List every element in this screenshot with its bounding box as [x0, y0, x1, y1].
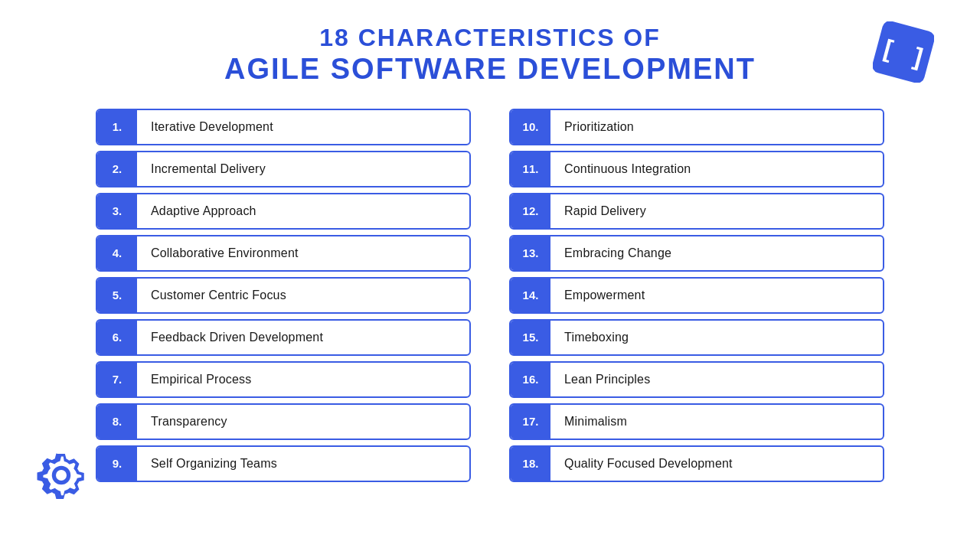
title-line1: 18 CHARACTERISTICS OF — [224, 23, 756, 52]
item-label: Rapid Delivery — [550, 204, 660, 218]
item-label: Prioritization — [550, 120, 648, 134]
item-number: 17. — [511, 405, 550, 439]
list-item: 13. Embracing Change — [509, 235, 884, 272]
list-item: 7. Empirical Process — [96, 361, 471, 398]
item-number: 1. — [97, 110, 137, 144]
item-label: Adaptive Approach — [137, 204, 270, 218]
item-number: 8. — [97, 405, 137, 439]
item-label: Timeboxing — [550, 331, 642, 344]
item-label: Incremental Delivery — [137, 162, 279, 176]
item-label: Quality Focused Development — [550, 457, 746, 471]
item-label: Empowerment — [550, 289, 658, 302]
item-number: 14. — [511, 279, 550, 312]
list-item: 12. Rapid Delivery — [509, 193, 884, 230]
list-item: 14. Empowerment — [509, 277, 884, 314]
item-number: 5. — [97, 279, 137, 312]
item-number: 12. — [511, 194, 550, 228]
item-number: 15. — [511, 321, 550, 354]
item-label: Minimalism — [550, 415, 641, 429]
item-label: Empirical Process — [137, 373, 265, 386]
item-label: Iterative Development — [137, 120, 287, 134]
item-number: 4. — [97, 236, 137, 270]
item-label: Customer Centric Focus — [137, 289, 300, 302]
item-label: Embracing Change — [550, 246, 685, 260]
item-number: 16. — [511, 363, 550, 396]
list-item: 11. Continuous Integration — [509, 151, 884, 187]
list-item: 10. Prioritization — [509, 109, 884, 145]
list-item: 6. Feedback Driven Development — [96, 319, 471, 356]
bracket-icon: [ ] — [873, 21, 934, 86]
page-wrapper: [ ] 18 CHARACTERISTICS OF AGILE SOFTWARE… — [0, 0, 980, 551]
list-item: 16. Lean Principles — [509, 361, 884, 398]
item-number: 6. — [97, 321, 137, 354]
list-item: 1. Iterative Development — [96, 109, 471, 145]
item-number: 7. — [97, 363, 137, 396]
left-column: 1. Iterative Development 2. Incremental … — [96, 109, 471, 482]
item-number: 18. — [511, 447, 550, 481]
item-label: Collaborative Environment — [137, 246, 312, 260]
page-header: 18 CHARACTERISTICS OF AGILE SOFTWARE DEV… — [224, 23, 756, 87]
item-number: 2. — [97, 152, 137, 186]
list-item: 17. Minimalism — [509, 403, 884, 440]
item-label: Lean Principles — [550, 373, 664, 386]
list-item: 5. Customer Centric Focus — [96, 277, 471, 314]
item-number: 3. — [97, 194, 137, 228]
title-line2: AGILE SOFTWARE DEVELOPMENT — [224, 52, 756, 87]
list-item: 3. Adaptive Approach — [96, 193, 471, 230]
list-item: 8. Transparency — [96, 403, 471, 440]
item-number: 11. — [511, 152, 550, 186]
item-number: 13. — [511, 236, 550, 270]
item-label: Transparency — [137, 415, 241, 429]
list-item: 4. Collaborative Environment — [96, 235, 471, 272]
list-item: 9. Self Organizing Teams — [96, 445, 471, 482]
item-label: Feedback Driven Development — [137, 331, 337, 344]
list-item: 15. Timeboxing — [509, 319, 884, 356]
item-label: Continuous Integration — [550, 162, 704, 176]
item-number: 10. — [511, 110, 550, 144]
item-number: 9. — [97, 447, 137, 481]
lists-container: 1. Iterative Development 2. Incremental … — [46, 109, 934, 482]
right-column: 10. Prioritization 11. Continuous Integr… — [509, 109, 884, 482]
item-label: Self Organizing Teams — [137, 457, 291, 471]
list-item: 18. Quality Focused Development — [509, 445, 884, 482]
gear-icon — [34, 448, 88, 505]
list-item: 2. Incremental Delivery — [96, 151, 471, 187]
